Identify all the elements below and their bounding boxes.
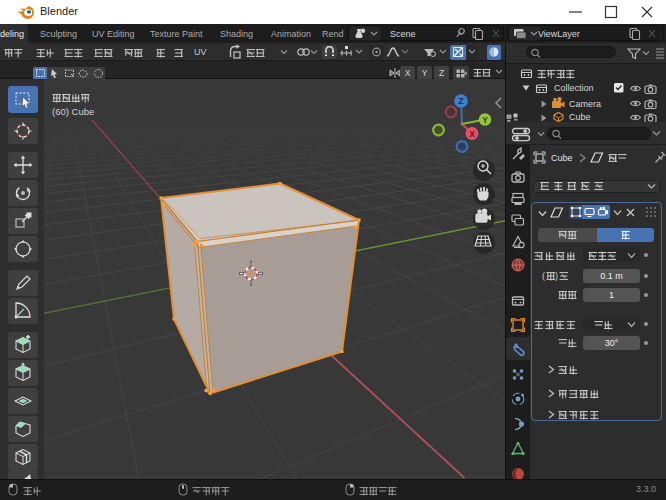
svg-text:Z: Z [458,96,464,106]
svg-text:X: X [469,129,475,139]
svg-text:Y: Y [482,115,488,125]
